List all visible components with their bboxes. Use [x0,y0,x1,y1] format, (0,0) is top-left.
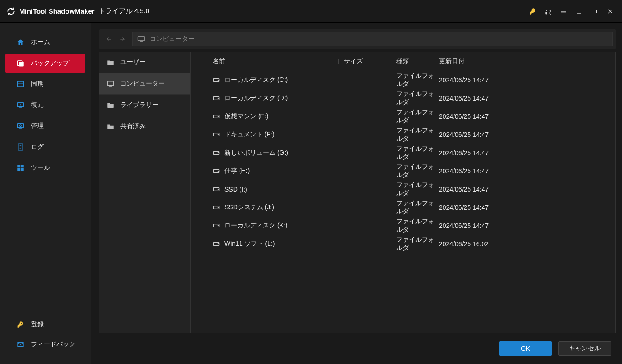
file-type: ファイルフォルダ [391,181,439,197]
file-date: 2024/06/25 14:47 [439,76,507,84]
ok-button[interactable]: OK [499,341,552,356]
file-row[interactable]: 仮想マシン (E:)ファイルフォルダ2024/06/25 14:47 [191,107,615,126]
tree-pane: ユーザーコンピューターライブラリー共有済み [99,52,190,333]
path-bar: コンピューター [99,29,616,49]
dialog-footer: OK キャンセル [99,333,616,364]
activate-key-button[interactable] [525,4,540,19]
nav-forward-button[interactable] [116,32,129,46]
home-icon [16,38,25,46]
file-date: 2024/06/25 14:47 [439,149,507,157]
folder-icon [107,123,115,130]
header-name[interactable]: 名前 [211,57,338,66]
svg-point-49 [218,225,218,226]
file-type: ファイルフォルダ [391,108,439,125]
file-date: 2024/06/25 14:47 [439,222,507,229]
sync-icon [16,80,25,88]
app-logo-title: MiniTool ShadowMaker トライアル 4.5.0 [6,7,149,16]
drive-icon [213,187,220,192]
drive-icon [213,77,220,83]
tree-item-2[interactable]: ライブラリー [99,95,190,116]
computer-icon [137,36,145,42]
restore-icon [16,101,25,109]
drive-icon [213,132,220,137]
svg-point-47 [218,207,218,207]
nav-back-button[interactable] [102,32,116,46]
file-name: 仮想マシン (E:) [224,112,268,121]
file-row[interactable]: ローカルディスク (C:)ファイルフォルダ2024/06/25 14:47 [191,71,615,89]
sidebar-item-label: ツール [31,164,50,172]
drive-icon [213,168,220,174]
svg-rect-15 [17,124,24,128]
file-type: ファイルフォルダ [391,72,439,88]
svg-rect-6 [593,10,597,13]
file-row[interactable]: ローカルディスク (K:)ファイルフォルダ2024/06/25 14:47 [191,217,615,235]
file-date: 2024/06/25 14:47 [439,131,507,138]
file-row[interactable]: 新しいボリューム (G:)ファイルフォルダ2024/06/25 14:47 [191,144,615,162]
maximize-button[interactable] [587,4,602,19]
file-row[interactable]: 仕事 (H:)ファイルフォルダ2024/06/25 14:47 [191,162,615,180]
mail-icon [16,340,25,349]
tree-item-3[interactable]: 共有済み [99,116,190,137]
app-logo-icon [6,7,15,16]
file-row[interactable]: Win11 ソフト (L:)ファイルフォルダ2024/06/25 16:02 [191,235,615,253]
sidebar-item-label: 復元 [31,101,44,109]
file-name: ローカルディスク (K:) [224,222,287,230]
sidebar-item-manage[interactable]: 管理 [5,116,85,136]
file-date: 2024/06/25 14:47 [439,204,507,211]
file-name: SSDシステム (J:) [224,203,274,212]
header-type[interactable]: 種類 [391,57,439,66]
sidebar-item-sync[interactable]: 同期 [5,75,85,94]
sidebar-item-home[interactable]: ホーム [5,33,85,52]
sidebar-item-label: 同期 [31,80,44,88]
file-name: ローカルディスク (C:) [224,76,288,84]
key-icon [16,320,25,329]
svg-rect-29 [140,41,143,42]
svg-rect-1 [550,12,551,14]
file-date: 2024/06/25 14:47 [439,186,507,193]
file-date: 2024/06/25 14:47 [439,113,507,120]
minimize-button[interactable] [572,4,586,19]
sidebar-item-backup[interactable]: バックアップ [5,54,85,73]
sidebar-bottom-key[interactable]: 登録 [5,315,85,334]
file-row[interactable]: SSD (I:)ファイルフォルダ2024/06/25 14:47 [191,180,615,198]
svg-rect-24 [17,168,20,171]
svg-point-39 [218,134,218,135]
file-name: ローカルディスク (D:) [224,94,288,102]
file-name: 仕事 (H:) [224,167,250,175]
file-type: ファイルフォルダ [391,126,439,143]
sidebar-item-tools[interactable]: ツール [5,158,85,177]
svg-rect-11 [17,81,24,87]
header-size[interactable]: サイズ [338,57,391,66]
log-icon [16,143,25,151]
titlebar-controls [525,4,617,19]
sidebar: ホームバックアップ同期復元管理ログツール 登録フィードバック [0,23,91,364]
sidebar-bottom-mail[interactable]: フィードバック [5,335,85,354]
file-row[interactable]: ローカルディスク (D:)ファイルフォルダ2024/06/25 14:47 [191,89,615,107]
tools-icon [16,164,25,172]
drive-icon [213,114,220,119]
tree-item-label: ライブラリー [120,101,158,109]
svg-point-45 [218,189,218,189]
sidebar-item-log[interactable]: ログ [5,137,85,157]
file-type: ファイルフォルダ [391,199,439,216]
drive-icon [213,241,220,247]
tree-item-label: コンピューター [120,80,165,88]
sidebar-item-label: ログ [31,143,44,151]
file-browser: ユーザーコンピューターライブラリー共有済み 名前 サイズ 種類 更新日付 ローカ… [99,52,616,333]
close-button[interactable] [603,4,617,19]
header-date[interactable]: 更新日付 [439,57,507,66]
sidebar-item-restore[interactable]: 復元 [5,96,85,115]
file-row[interactable]: ドキュメント (F:)ファイルフォルダ2024/06/25 14:47 [191,126,615,144]
file-type: ファイルフォルダ [391,163,439,179]
menu-button[interactable] [556,4,571,19]
sidebar-item-label: 管理 [31,122,44,130]
file-row[interactable]: SSDシステム (J:)ファイルフォルダ2024/06/25 14:47 [191,198,615,217]
tree-item-1[interactable]: コンピューター [99,73,190,95]
svg-rect-23 [21,165,24,167]
path-box[interactable]: コンピューター [132,32,613,46]
tree-item-label: ユーザー [120,58,146,66]
svg-point-33 [218,80,218,80]
tree-item-0[interactable]: ユーザー [99,52,190,73]
help-button[interactable] [541,4,556,19]
cancel-button[interactable]: キャンセル [558,341,611,356]
